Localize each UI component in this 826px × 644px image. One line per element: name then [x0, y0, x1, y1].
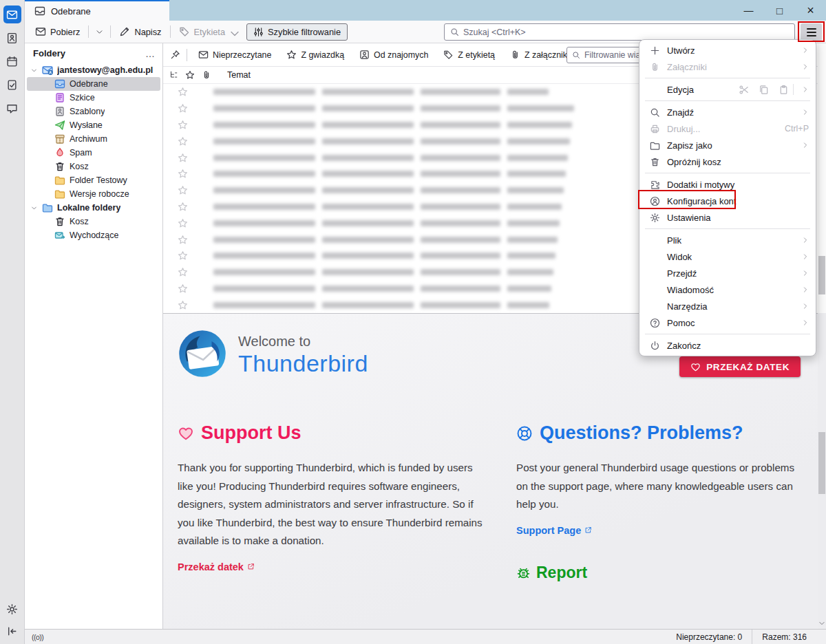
maximize-button[interactable]: □ — [764, 0, 795, 21]
menu-item-drukuj-[interactable]: Drukuj...Ctrl+P — [639, 120, 816, 137]
get-messages-dropdown[interactable] — [92, 25, 107, 39]
star-icon[interactable] — [178, 218, 188, 228]
filter-star-button[interactable]: Z gwiazdką — [282, 47, 349, 63]
get-messages-button[interactable]: Pobierz — [30, 23, 85, 40]
tab-inbox[interactable]: Odebrane — [25, 0, 169, 21]
star-icon — [286, 50, 297, 60]
print-icon — [649, 124, 660, 134]
folder-item-odebrane[interactable]: Odebrane — [27, 77, 160, 91]
power-icon — [649, 341, 660, 351]
donate-button[interactable]: PRZEKAŻ DATEK — [679, 356, 801, 377]
filter-label: Nieprzeczytane — [213, 50, 271, 60]
support-page-link[interactable]: Support Page — [516, 525, 805, 536]
folder-item-kosz[interactable]: Kosz — [27, 215, 160, 228]
star-icon[interactable] — [178, 120, 188, 130]
menu-item-label: Ustawienia — [667, 213, 809, 223]
folder-label: Spam — [70, 148, 92, 158]
star-icon[interactable] — [178, 103, 188, 114]
star-icon[interactable] — [178, 136, 188, 147]
menu-item-zakończ[interactable]: Zakończ — [639, 337, 816, 354]
space-address-book-icon[interactable] — [3, 29, 21, 47]
message-list-scrollbar[interactable] — [818, 43, 826, 313]
folder-item-kosz[interactable]: Kosz — [27, 160, 160, 173]
star-column-icon[interactable] — [185, 70, 195, 80]
menu-item-pomoc[interactable]: Pomoc — [639, 314, 816, 331]
pin-icon[interactable] — [170, 50, 180, 60]
write-button[interactable]: Napisz — [114, 23, 166, 40]
tag-label: Etykieta — [194, 27, 226, 37]
menu-item-utwórz[interactable]: Utwórz — [639, 42, 816, 58]
menu-item-ustawienia[interactable]: Ustawienia — [639, 209, 816, 226]
subject-column-header[interactable]: Temat — [227, 70, 251, 80]
folder-item-jantestowy-agh-edu-pl[interactable]: jantestowy@agh.edu.pl — [27, 63, 160, 77]
star-icon[interactable] — [178, 300, 188, 310]
toolbar-separator — [88, 25, 89, 38]
folder-item-szablony[interactable]: Szablony — [27, 105, 160, 118]
scrollbar-down-arrow[interactable] — [818, 620, 825, 627]
paste-icon[interactable] — [779, 85, 789, 95]
filter-tag-button[interactable]: Z etykietą — [438, 47, 500, 63]
folder-label: Szablony — [70, 107, 105, 116]
menu-item-wiadomość[interactable]: Wiadomość — [639, 281, 816, 298]
space-tasks-icon[interactable] — [3, 76, 21, 94]
space-mail-space-icon[interactable] — [3, 6, 21, 23]
tag-button[interactable]: Etykieta — [174, 23, 242, 40]
folder-item-spam[interactable]: Spam — [27, 146, 160, 160]
folder-item-folder-testowy[interactable]: Folder Testowy — [27, 173, 160, 187]
filter-unread-button[interactable]: Nieprzeczytane — [193, 47, 276, 63]
folder-item-wersje-robocze[interactable]: Wersje robocze — [27, 187, 160, 201]
support-body: Thank you for supporting Thunderbird, wh… — [178, 459, 486, 550]
expander-chevron-icon[interactable] — [28, 205, 39, 211]
copy-icon[interactable] — [759, 85, 769, 95]
star-icon[interactable] — [178, 235, 188, 245]
menu-item-przejdź[interactable]: Przejdź — [639, 265, 816, 281]
help-icon — [649, 318, 660, 328]
folder-pane-options-button[interactable]: … — [145, 48, 156, 59]
expander-chevron-icon[interactable] — [28, 67, 39, 74]
annotation-box-konfiguracja-kont — [638, 190, 736, 209]
menu-item-znajdź[interactable]: Znajdź — [639, 104, 816, 120]
message-pane-scrollbar[interactable] — [818, 313, 826, 629]
scrollbar-thumb[interactable] — [818, 432, 825, 494]
scrollbar-thumb[interactable] — [818, 256, 825, 294]
menu-item-edycja[interactable]: Edycja — [639, 81, 816, 98]
space-chat-icon[interactable] — [3, 99, 21, 117]
filter-contact-button[interactable]: Od znajomych — [354, 47, 433, 63]
menu-item-załączniki[interactable]: Załączniki — [639, 58, 816, 75]
cut-icon[interactable] — [739, 85, 749, 95]
star-icon[interactable] — [178, 169, 188, 179]
star-icon[interactable] — [178, 185, 188, 195]
quick-filter-toggle[interactable]: Szybkie filtrowanie — [246, 23, 348, 41]
attachment-column-icon[interactable] — [202, 70, 211, 80]
space-calendar-icon[interactable] — [3, 52, 21, 70]
folder-label: Archiwum — [70, 134, 107, 144]
folder-item-lokalne-foldery[interactable]: Lokalne foldery — [27, 201, 160, 215]
folder-item-wychodz-ce[interactable]: Wychodzące — [27, 228, 160, 242]
space-collapse-icon[interactable] — [3, 622, 21, 640]
menu-item-narzędzia[interactable]: Narzędzia — [639, 298, 816, 314]
chevron-right-icon — [802, 237, 809, 244]
folder-item-wys-ane[interactable]: Wysłane — [27, 118, 160, 132]
star-icon[interactable] — [178, 267, 188, 277]
folder-item-archiwum[interactable]: Archiwum — [27, 132, 160, 146]
minimize-button[interactable]: — — [733, 0, 764, 21]
menu-item-zapisz-jako[interactable]: Zapisz jako — [639, 137, 816, 153]
star-icon[interactable] — [178, 153, 188, 163]
menu-item-plik[interactable]: Plik — [639, 232, 816, 248]
quick-filter-label: Szybkie filtrowanie — [268, 27, 341, 37]
star-icon[interactable] — [178, 250, 188, 261]
archive-icon — [54, 133, 65, 144]
star-icon[interactable] — [178, 202, 188, 212]
support-heading: Support Us — [178, 422, 486, 444]
menu-item-opróżnij-kosz[interactable]: Opróżnij kosz — [639, 153, 816, 170]
menu-item-widok[interactable]: Widok — [639, 248, 816, 265]
thread-column-icon[interactable] — [169, 70, 178, 80]
star-icon[interactable] — [178, 283, 188, 294]
folder-icon — [54, 189, 65, 200]
close-button[interactable]: × — [795, 0, 826, 21]
star-icon[interactable] — [178, 87, 188, 97]
folder-item-szkice[interactable]: Szkice — [27, 91, 160, 105]
global-search-input[interactable] — [463, 28, 789, 37]
space-gear-icon[interactable] — [3, 600, 21, 618]
donate-link[interactable]: Przekaż datek — [178, 561, 486, 572]
